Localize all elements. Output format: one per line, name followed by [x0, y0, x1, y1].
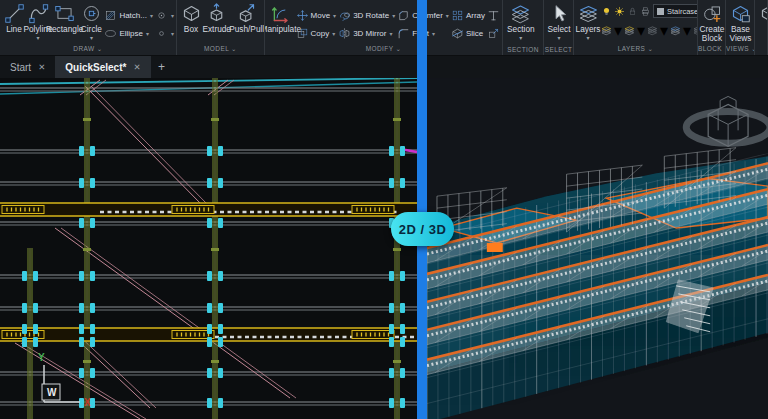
layer-tool-icon-4[interactable] [670, 25, 681, 36]
extrude-icon [206, 3, 227, 24]
new-tab-button[interactable]: + [151, 56, 173, 78]
toolbar-group-block: Create BlockBLOCK ⌄ [698, 0, 726, 55]
manipulate-icon [270, 3, 291, 24]
circle-button[interactable]: Circle▾ [80, 3, 102, 41]
slice-button[interactable]: Slice [451, 26, 485, 40]
group-label-section: SECTION [503, 46, 543, 53]
chevron-down-icon[interactable]: ▾ [446, 12, 449, 19]
layer-select-value: Staircase [667, 7, 698, 16]
chevron-down-icon[interactable]: ▾ [150, 12, 153, 19]
polyline-icon [28, 3, 49, 24]
chamfer-icon [397, 9, 410, 22]
rectangle-button[interactable]: Rectangle [51, 3, 78, 34]
chevron-down-icon[interactable]: ▾ [171, 12, 174, 19]
chevron-down-icon[interactable]: ▾ [586, 35, 589, 41]
createblock-icon [702, 3, 723, 24]
mirror3d-button-label: 3D Mirror [353, 29, 386, 38]
close-icon[interactable]: ✕ [133, 62, 140, 72]
rotate3d-icon [338, 9, 351, 22]
bricscad-window: LinePolyline▾RectangleCircle▾Hatch...▾El… [0, 0, 768, 419]
tab-label: Start [10, 62, 31, 73]
select-icon [549, 3, 570, 24]
chevron-down-icon[interactable]: ▾ [392, 12, 395, 19]
ellipse-icon [104, 27, 117, 40]
tconnect-button[interactable] [487, 8, 500, 22]
base-views-button[interactable]: Base Views [729, 3, 752, 44]
section-button-label: Section [507, 25, 535, 34]
2d-3d-toggle-label: 2D / 3D [399, 222, 447, 237]
ellipse-button[interactable]: Ellipse▾ [104, 26, 153, 40]
chevron-down-icon[interactable]: ▾ [660, 21, 668, 40]
chevron-down-icon[interactable]: ▾ [333, 12, 336, 19]
viewport-2d[interactable]: YXW [0, 78, 417, 419]
chevron-down-icon[interactable]: ▾ [637, 21, 645, 40]
box-button-label: Box [184, 25, 198, 34]
dot-icon [155, 27, 168, 40]
copy-button[interactable]: Copy▾ [296, 26, 337, 40]
chevron-down-icon[interactable]: ▾ [557, 35, 560, 41]
create-block-button[interactable]: Create Block [701, 3, 723, 44]
chevron-down-icon[interactable]: ▾ [36, 35, 39, 41]
chevron-down-icon[interactable]: ▾ [171, 30, 174, 37]
box-icon [759, 3, 768, 24]
point-style-button[interactable]: ▾ [155, 26, 174, 40]
rectangle-icon [54, 3, 75, 24]
chevron-down-icon[interactable]: ▾ [432, 30, 435, 37]
group-label-select: SELECT [544, 46, 573, 53]
layers-button[interactable]: Layers▾ [577, 3, 599, 41]
overflow-button[interactable] [758, 3, 768, 24]
tab-start[interactable]: Start✕ [0, 56, 55, 78]
padlock-icon[interactable] [627, 6, 638, 17]
circle-sm-icon [155, 9, 168, 22]
extrude-button[interactable]: Extrude [204, 3, 229, 34]
sun-icon[interactable] [614, 6, 625, 17]
chevron-down-icon[interactable]: ▾ [332, 30, 335, 37]
section-button[interactable]: Section▾ [506, 3, 536, 41]
manipulate-button[interactable]: Manipulate [268, 3, 294, 34]
select-button[interactable]: Select▾ [547, 3, 571, 41]
toolbar-group-select: Select▾SELECT [544, 0, 574, 55]
chevron-down-icon[interactable]: ▾ [90, 35, 93, 41]
tab-quickselect[interactable]: QuickSelect*✕ [55, 56, 150, 78]
boxarrow-icon [487, 27, 500, 40]
layer-color-swatch [657, 8, 664, 15]
rotate3d-button[interactable]: 3D Rotate▾ [338, 8, 395, 22]
line-icon [4, 3, 25, 24]
group-label-modify: MODIFY ⌄ [265, 45, 502, 53]
boxarrow-button[interactable] [487, 26, 500, 40]
hatch-button[interactable]: Hatch...▾ [104, 8, 153, 22]
box-button[interactable]: Box [180, 3, 202, 34]
bulb-icon[interactable] [601, 6, 612, 17]
box-icon [181, 3, 202, 24]
layer-tool-icon-3[interactable] [647, 25, 658, 36]
toolbar-group-model: BoxExtrudePush/PullMODEL ⌄ [177, 0, 265, 55]
circle-style-button[interactable]: ▾ [155, 8, 174, 22]
move-icon [296, 9, 309, 22]
chevron-down-icon[interactable]: ▾ [146, 30, 149, 37]
layer-select[interactable]: Staircase⌄ [653, 4, 698, 18]
pushpull-button[interactable]: Push/Pull [231, 3, 262, 34]
line-button[interactable]: Line [3, 3, 25, 34]
chevron-down-icon[interactable]: ▾ [683, 21, 691, 40]
viewport-3d[interactable] [427, 78, 768, 419]
toolbar-group-modify: ManipulateMove▾Copy▾3D Rotate▾3D Mirror▾… [265, 0, 503, 55]
move-button[interactable]: Move▾ [296, 8, 337, 22]
2d-3d-toggle[interactable]: 2D / 3D [391, 212, 454, 246]
mirror3d-button[interactable]: 3D Mirror▾ [338, 26, 395, 40]
select-button-label: Select [547, 25, 570, 34]
layers-icon [578, 3, 599, 24]
chevron-down-icon[interactable]: ▾ [614, 21, 622, 40]
tslot-icon [487, 9, 500, 22]
layer-tool-icon-2[interactable] [624, 25, 635, 36]
group-label-views: VIEWS ⌄ [726, 45, 754, 53]
array-button[interactable]: Array [451, 8, 485, 22]
2d-3d-divider[interactable] [417, 0, 427, 419]
layer-tool-icon-1[interactable] [601, 25, 612, 36]
printer-icon[interactable] [640, 6, 651, 17]
chevron-down-icon[interactable]: ▾ [519, 35, 522, 41]
polyline-button[interactable]: Polyline▾ [27, 3, 49, 41]
model-3d-scaffolding [427, 78, 768, 419]
close-icon[interactable]: ✕ [38, 62, 45, 72]
chevron-down-icon[interactable]: ▾ [389, 30, 392, 37]
array-button-label: Array [466, 11, 485, 20]
